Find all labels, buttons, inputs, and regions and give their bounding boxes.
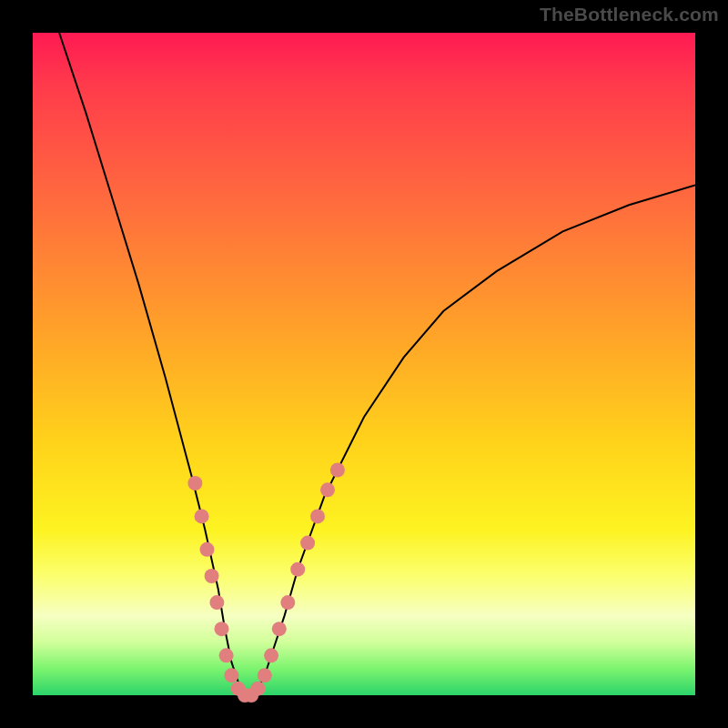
curve-marker xyxy=(310,509,325,523)
watermark-text: TheBottleneck.com xyxy=(540,4,719,25)
curve-markers xyxy=(187,463,345,703)
curve-marker xyxy=(219,648,234,662)
curve-marker xyxy=(272,622,287,636)
curve-marker xyxy=(195,509,209,523)
curve-marker xyxy=(280,595,295,610)
curve-marker xyxy=(205,569,219,583)
curve-marker xyxy=(320,482,335,497)
curve-marker xyxy=(258,668,272,682)
curve-marker xyxy=(264,648,278,662)
bottleneck-curve xyxy=(59,33,695,695)
curve-marker xyxy=(330,463,345,478)
curve-marker xyxy=(200,542,215,557)
curve-marker xyxy=(215,622,229,636)
curve-marker xyxy=(251,682,266,696)
curve-marker xyxy=(290,562,305,577)
curve-marker xyxy=(209,595,224,610)
curve-marker xyxy=(300,536,315,551)
curve-marker xyxy=(187,476,202,490)
curve-marker xyxy=(224,668,238,682)
chart-frame: TheBottleneck.com xyxy=(0,0,728,728)
curve-svg xyxy=(33,33,695,695)
plot-area xyxy=(33,33,695,695)
